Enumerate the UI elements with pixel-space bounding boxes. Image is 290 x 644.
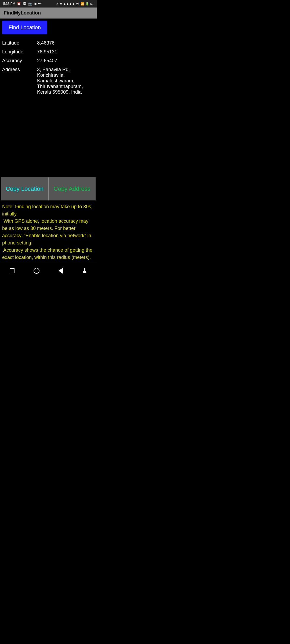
longitude-label: Longitude [2, 49, 37, 55]
status-icons: ➤ ✱ ▲▲▲▲ Vo 📶 🔋 62 [56, 2, 93, 6]
address-row: Address 3, Panavila Rd, Konchiravila, Ka… [2, 65, 95, 97]
signal1-icon: ▲▲▲▲ [63, 2, 75, 5]
navigation-bar: ♟ [0, 264, 97, 277]
vowifi-icon: Vo [76, 2, 79, 5]
alarm-icon: ⏰ [17, 2, 21, 6]
latitude-label: Latitude [2, 40, 37, 46]
find-location-button[interactable]: Find Location [2, 21, 47, 34]
accessibility-button[interactable]: ♟ [82, 267, 87, 274]
bluetooth-icon: ✱ [60, 2, 62, 6]
status-time: 5:38 PM ⏰ 💬 📷 ◉ ••• [3, 2, 41, 6]
content-spacer [0, 97, 97, 177]
time-display: 5:38 PM [3, 2, 15, 6]
accuracy-row: Accuracy 27.65407 [2, 56, 95, 65]
latitude-row: Latitude 8.46376 [2, 39, 95, 47]
battery-icon: 🔋 [85, 2, 89, 6]
photo-icon: 📷 [28, 2, 32, 6]
status-bar: 5:38 PM ⏰ 💬 📷 ◉ ••• ➤ ✱ ▲▲▲▲ Vo 📶 🔋 62 [0, 0, 97, 8]
location-info-section: Latitude 8.46376 Longitude 76.95131 Accu… [0, 36, 97, 97]
accuracy-value: 27.65407 [37, 58, 95, 64]
home-button[interactable] [34, 268, 39, 274]
app-header: FindMyLocation [0, 8, 97, 19]
bottom-buttons-container: Copy Location Copy Address [1, 177, 96, 200]
back-button[interactable] [59, 268, 63, 274]
battery-level: 62 [90, 2, 93, 5]
note-text: Note: Finding location may take up to 30… [2, 204, 92, 260]
whatsapp-icon: 💬 [23, 2, 27, 6]
wifi-icon: 📶 [81, 2, 84, 6]
accuracy-label: Accuracy [2, 58, 37, 64]
address-value: 3, Panavila Rd, Konchiravila, Kamaleshwa… [37, 67, 95, 95]
app-title: FindMyLocation [4, 10, 41, 16]
copy-address-button[interactable]: Copy Address [49, 177, 96, 200]
chrome-icon: ◉ [34, 2, 37, 6]
copy-location-button[interactable]: Copy Location [1, 177, 49, 200]
navigation-icon: ➤ [56, 2, 59, 6]
note-section: Note: Finding location may take up to 30… [0, 200, 97, 264]
latitude-value: 8.46376 [37, 40, 95, 46]
address-label: Address [2, 67, 37, 72]
recent-apps-button[interactable] [10, 268, 15, 273]
longitude-row: Longitude 76.95131 [2, 47, 95, 56]
longitude-value: 76.95131 [37, 49, 95, 55]
more-icon: ••• [38, 2, 42, 6]
